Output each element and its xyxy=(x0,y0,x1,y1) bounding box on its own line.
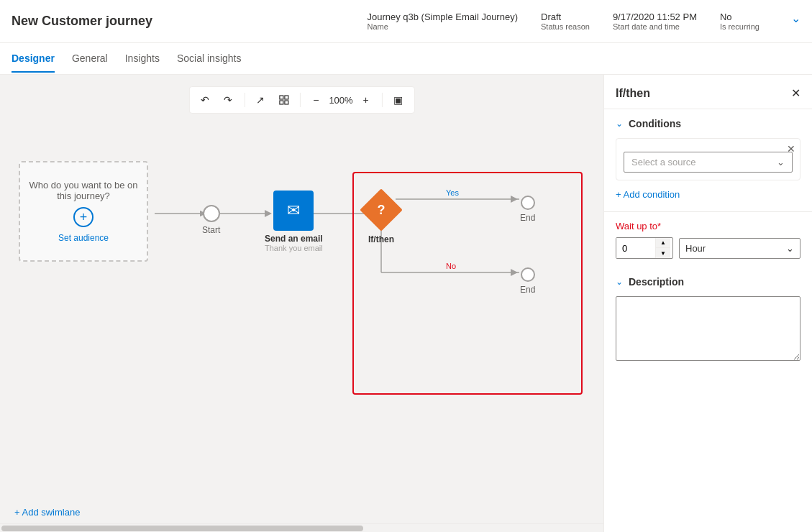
wait-spinners: ▲ ▼ xyxy=(655,238,670,258)
wait-inputs: ▲ ▼ Hour ⌄ xyxy=(616,237,800,259)
meta-date-label: Start date and time xyxy=(613,22,680,31)
panel-header: If/then ✕ xyxy=(604,75,812,109)
fullscreen-button[interactable]: ▣ xyxy=(388,90,409,110)
tab-insights[interactable]: Insights xyxy=(125,45,160,73)
zoom-in-button[interactable]: + xyxy=(356,90,376,110)
scrollbar-thumb[interactable] xyxy=(1,526,363,531)
meta-status-label: Status reason xyxy=(541,22,590,31)
canvas-toolbar: ↶ ↷ ↗ − 100% + ▣ xyxy=(188,86,414,114)
undo-button[interactable]: ↶ xyxy=(195,90,215,110)
email-icon[interactable]: ✉ xyxy=(273,191,314,231)
meta-name-label: Name xyxy=(367,22,388,31)
wait-required-marker: * xyxy=(657,221,661,231)
yes-label: Yes xyxy=(446,187,459,198)
separator xyxy=(244,93,245,107)
journey-canvas: Who do you want to be on this journey? +… xyxy=(0,118,603,532)
wait-unit-dropdown[interactable]: Hour ⌄ xyxy=(679,238,800,259)
condition-card: ✕ Select a source ⌄ xyxy=(616,138,800,180)
horizontal-scrollbar[interactable] xyxy=(0,523,603,532)
panel-title: If/then xyxy=(616,87,650,100)
description-chevron-icon: ⌄ xyxy=(616,277,623,287)
add-condition-label: + Add condition xyxy=(616,189,680,200)
start-circle xyxy=(203,205,220,222)
right-panel: If/then ✕ ⌄ Conditions ✕ Select a source… xyxy=(603,75,812,532)
canvas-area: ↶ ↷ ↗ − 100% + ▣ xyxy=(0,75,603,532)
ifthen-label: If/then xyxy=(368,234,394,244)
page-title: New Customer journey xyxy=(12,14,152,29)
header-meta: Journey q3b (Simple Email Journey) Name … xyxy=(367,12,800,31)
end-label-no: End xyxy=(520,285,535,295)
svg-marker-10 xyxy=(511,196,518,203)
conditions-chevron-icon: ⌄ xyxy=(616,119,623,129)
start-node: Start xyxy=(202,205,220,235)
meta-name-value: Journey q3b (Simple Email Journey) xyxy=(367,12,518,22)
tab-general[interactable]: General xyxy=(72,45,108,73)
condition-close-button[interactable]: ✕ xyxy=(787,143,795,155)
wait-number-field[interactable] xyxy=(616,238,655,258)
meta-date: 9/17/2020 11:52 PM Start date and time xyxy=(613,12,697,31)
end-circle-yes xyxy=(521,196,535,210)
add-swimlane-label: + Add swimlane xyxy=(14,507,80,518)
wait-label: Wait up to* xyxy=(616,221,800,231)
meta-recurring-label: Is recurring xyxy=(720,22,759,31)
wait-increment-button[interactable]: ▲ xyxy=(656,238,670,248)
ifthen-node[interactable]: ? If/then xyxy=(360,188,403,244)
conditions-header[interactable]: ⌄ Conditions xyxy=(616,118,800,129)
header-expand-icon[interactable]: ⌄ xyxy=(783,12,800,25)
audience-node: Who do you want to be on this journey? +… xyxy=(19,161,148,262)
conditions-section: ⌄ Conditions ✕ Select a source ⌄ + Add c… xyxy=(604,109,812,212)
select-source-dropdown[interactable]: Select a source ⌄ xyxy=(624,152,793,173)
end-node-no: End xyxy=(520,267,535,295)
meta-recurring-value: No xyxy=(720,12,732,22)
conditions-title: Conditions xyxy=(629,118,681,129)
meta-status: Draft Status reason xyxy=(541,12,590,31)
wait-section: Wait up to* ▲ ▼ Hour ⌄ xyxy=(604,212,812,267)
description-header[interactable]: ⌄ Description xyxy=(616,276,800,288)
add-swimlane-button[interactable]: + Add swimlane xyxy=(14,507,80,518)
description-title: Description xyxy=(629,276,684,288)
zoom-out-button[interactable]: − xyxy=(306,90,326,110)
svg-rect-3 xyxy=(284,101,288,104)
email-title: Send an email xyxy=(265,234,323,244)
meta-date-value: 9/17/2020 11:52 PM xyxy=(613,12,697,22)
end-label-yes: End xyxy=(520,213,535,223)
zoom-level: 100% xyxy=(329,95,352,106)
question-mark-icon: ? xyxy=(378,203,386,218)
select-source-chevron-icon: ⌄ xyxy=(777,157,785,168)
start-label: Start xyxy=(202,225,220,235)
wait-number-input: ▲ ▼ xyxy=(616,237,673,259)
tab-designer[interactable]: Designer xyxy=(12,45,55,73)
end-node-yes: End xyxy=(520,196,535,223)
meta-recurring: No Is recurring xyxy=(720,12,759,31)
svg-rect-0 xyxy=(279,96,283,99)
tab-social-insights[interactable]: Social insights xyxy=(177,45,242,73)
audience-plus-button[interactable]: + xyxy=(73,207,93,227)
meta-name: Journey q3b (Simple Email Journey) Name xyxy=(367,12,518,31)
tab-bar: Designer General Insights Social insight… xyxy=(0,43,812,75)
no-label: No xyxy=(446,260,456,271)
description-textarea[interactable] xyxy=(616,296,800,361)
meta-status-value: Draft xyxy=(541,12,561,22)
fit-page-button[interactable] xyxy=(273,90,293,110)
svg-rect-2 xyxy=(279,101,283,104)
svg-marker-14 xyxy=(511,269,518,276)
email-node[interactable]: ✉ Send an email Thank you email xyxy=(265,191,323,252)
add-condition-button[interactable]: + Add condition xyxy=(616,186,800,203)
main-content: ↶ ↷ ↗ − 100% + ▣ xyxy=(0,75,812,532)
redo-button[interactable]: ↷ xyxy=(218,90,238,110)
panel-close-button[interactable]: ✕ xyxy=(791,86,800,100)
diagonal-arrow-button[interactable]: ↗ xyxy=(250,90,270,110)
wait-unit-chevron-icon: ⌄ xyxy=(786,243,794,254)
set-audience-link[interactable]: Set audience xyxy=(58,233,109,243)
ifthen-diamond[interactable]: ? xyxy=(360,188,403,231)
page-header: New Customer journey Journey q3b (Simple… xyxy=(0,0,812,43)
separator2 xyxy=(299,93,300,107)
svg-rect-1 xyxy=(284,96,288,99)
email-subtitle: Thank you email xyxy=(265,244,323,252)
audience-text: Who do you want to be on this journey? xyxy=(29,180,138,201)
select-source-placeholder: Select a source xyxy=(631,157,696,168)
end-circle-no xyxy=(521,267,535,282)
wait-unit-value: Hour xyxy=(685,243,706,254)
separator3 xyxy=(382,93,383,107)
wait-decrement-button[interactable]: ▼ xyxy=(656,248,670,258)
